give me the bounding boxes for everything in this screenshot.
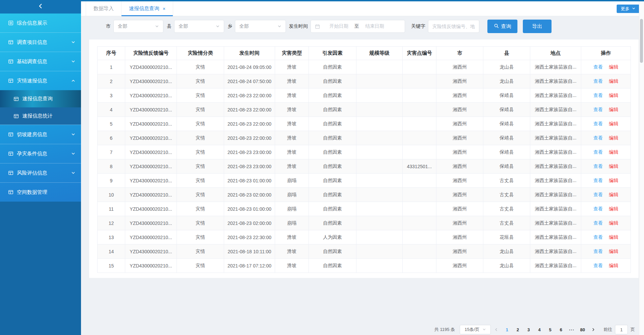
- view-link[interactable]: 查看: [593, 178, 603, 183]
- sidebar-item-5[interactable]: 速报信息统计: [0, 107, 81, 125]
- view-link[interactable]: 查看: [593, 234, 603, 240]
- next-page-button[interactable]: [588, 328, 599, 332]
- prev-page-button[interactable]: [491, 328, 502, 332]
- sidebar-item-3[interactable]: 灾情速报信息: [0, 71, 81, 90]
- edit-link[interactable]: 编辑: [609, 135, 618, 140]
- sidebar-item-4[interactable]: 速报信息查询: [0, 90, 81, 107]
- search-button[interactable]: 查询: [487, 20, 517, 33]
- sidebar-item-label: 灾情速报信息: [17, 78, 47, 84]
- cell-scale: [356, 202, 403, 216]
- table-card: 序号灾险情反馈编号灾险情分类发生时间灾害类型引发因素规模等级灾害点编号市县地点操…: [89, 40, 639, 278]
- cell-no: 4: [98, 103, 125, 117]
- edit-link[interactable]: 编辑: [609, 206, 618, 211]
- sidebar-item-1[interactable]: 调查项目信息: [0, 32, 81, 52]
- edit-link[interactable]: 编辑: [609, 149, 618, 155]
- page-2[interactable]: 2: [512, 327, 523, 332]
- cell-point_code: [403, 74, 436, 88]
- page-ellipsis[interactable]: ···: [566, 327, 577, 332]
- cell-county: 古丈县: [483, 174, 530, 188]
- more-button[interactable]: 更多: [617, 4, 640, 13]
- goto-page-input[interactable]: [615, 325, 628, 334]
- view-link[interactable]: 查看: [593, 149, 603, 155]
- cell-type: 滑坡: [275, 159, 309, 174]
- cell-type: 滑坡: [275, 117, 309, 131]
- view-link[interactable]: 查看: [593, 78, 603, 84]
- page-6[interactable]: 6: [556, 327, 566, 332]
- view-link[interactable]: 查看: [593, 121, 603, 126]
- edit-link[interactable]: 编辑: [609, 121, 618, 126]
- county-select[interactable]: 全部: [174, 20, 224, 33]
- edit-link[interactable]: 编辑: [609, 263, 618, 268]
- page-size-select[interactable]: 15条/页: [460, 325, 491, 334]
- page-4[interactable]: 4: [534, 327, 545, 332]
- sidebar-item-8[interactable]: 风险评估信息: [0, 163, 81, 182]
- tab-1[interactable]: 速报信息查询×: [122, 1, 173, 16]
- cell-factor: 自然因素: [309, 117, 356, 131]
- cell-county: 龙山县: [483, 244, 530, 259]
- cell-type: 崩塌: [275, 174, 309, 188]
- sidebar-item-0[interactable]: 综合信息展示: [0, 14, 81, 32]
- edit-link[interactable]: 编辑: [609, 163, 618, 169]
- view-link[interactable]: 查看: [593, 249, 603, 254]
- sidebar-menu: 综合信息展示调查项目信息基础调查信息灾情速报信息速报信息查询速报信息统计切坡建房…: [0, 14, 81, 202]
- close-icon[interactable]: ×: [163, 6, 165, 11]
- cell-scale: [356, 145, 403, 159]
- view-link[interactable]: 查看: [593, 263, 603, 268]
- page-5[interactable]: 5: [545, 327, 556, 332]
- tab-label: 速报信息查询: [129, 5, 159, 12]
- cell-city: 湘西州: [436, 188, 483, 202]
- sidebar-item-2[interactable]: 基础调查信息: [0, 52, 81, 71]
- view-link[interactable]: 查看: [593, 206, 603, 211]
- tab-0[interactable]: 数据导入: [86, 1, 122, 16]
- table-row: 10YZD43000020210...灾情2021-08-23 02:00:00…: [98, 188, 631, 202]
- scrollbar-thumb[interactable]: [640, 19, 643, 63]
- page-3[interactable]: 3: [523, 327, 534, 332]
- view-link[interactable]: 查看: [593, 220, 603, 226]
- city-select[interactable]: 全部: [113, 20, 163, 33]
- export-button[interactable]: 导出: [523, 20, 552, 33]
- cell-category: 灾情: [177, 174, 224, 188]
- date-range-picker[interactable]: 开始日期 至 结束日期: [311, 20, 405, 33]
- cell-actions: 查看编辑: [581, 159, 631, 174]
- cell-time: 2021-08-23 22:00:00: [224, 88, 275, 103]
- cell-scale: [356, 216, 403, 230]
- view-link[interactable]: 查看: [593, 64, 603, 70]
- edit-link[interactable]: 编辑: [609, 107, 618, 112]
- table-icon: [8, 151, 14, 156]
- view-link[interactable]: 查看: [593, 93, 603, 98]
- page-80[interactable]: 80: [577, 327, 588, 332]
- cell-city: 湘西州: [436, 131, 483, 145]
- column-header: 序号: [98, 47, 125, 60]
- sidebar-item-label: 孕灾条件信息: [17, 151, 47, 157]
- sidebar-item-label: 基础调查信息: [17, 58, 47, 65]
- view-link[interactable]: 查看: [593, 163, 603, 169]
- view-link[interactable]: 查看: [593, 107, 603, 112]
- cell-time: 2021-08-17 07:12:00: [224, 259, 275, 273]
- sidebar-collapse-button[interactable]: [0, 0, 81, 14]
- page-scrollbar[interactable]: [639, 1, 644, 335]
- sidebar-item-9[interactable]: 空间数据管理: [0, 182, 81, 202]
- cell-county: 古丈县: [483, 216, 530, 230]
- edit-link[interactable]: 编辑: [609, 234, 618, 240]
- cell-city: 湘西州: [436, 103, 483, 117]
- page-1[interactable]: 1: [502, 327, 512, 332]
- edit-link[interactable]: 编辑: [609, 93, 618, 98]
- cell-type: 滑坡: [275, 131, 309, 145]
- view-link[interactable]: 查看: [593, 135, 603, 140]
- sidebar-item-6[interactable]: 切坡建房信息: [0, 125, 81, 144]
- view-link[interactable]: 查看: [593, 192, 603, 197]
- cell-point_code: [403, 117, 436, 131]
- app-window: 综合信息展示调查项目信息基础调查信息灾情速报信息速报信息查询速报信息统计切坡建房…: [0, 0, 644, 335]
- sidebar-item-label: 速报信息查询: [22, 96, 53, 102]
- edit-link[interactable]: 编辑: [609, 249, 618, 254]
- chevron-down-icon: [71, 132, 76, 137]
- town-select[interactable]: 全部: [235, 20, 286, 33]
- edit-link[interactable]: 编辑: [609, 192, 618, 197]
- sidebar-item-7[interactable]: 孕灾条件信息: [0, 144, 81, 163]
- edit-link[interactable]: 编辑: [609, 64, 618, 70]
- edit-link[interactable]: 编辑: [609, 78, 618, 84]
- edit-link[interactable]: 编辑: [609, 220, 618, 226]
- cell-point_code: [403, 145, 436, 159]
- edit-link[interactable]: 编辑: [609, 178, 618, 183]
- keyword-input[interactable]: [428, 20, 479, 33]
